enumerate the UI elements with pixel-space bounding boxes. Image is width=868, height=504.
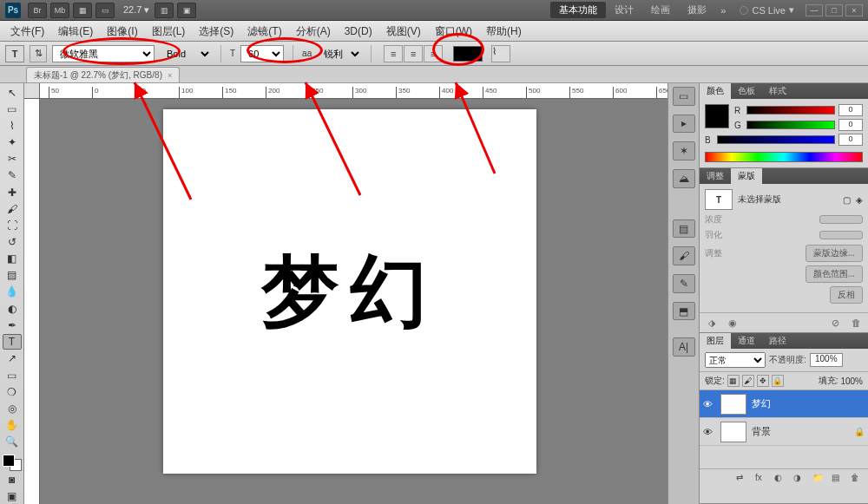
window-close[interactable]: ×	[845, 4, 863, 16]
marquee-tool[interactable]: ▭	[3, 101, 22, 116]
pen-tool[interactable]: ✒	[3, 317, 22, 332]
canvas[interactable]: 梦幻	[163, 109, 536, 474]
lock-transparency[interactable]: ▦	[727, 375, 740, 387]
menu-analysis[interactable]: 分析(A)	[289, 22, 338, 41]
delete-mask-icon[interactable]: 🗑	[849, 317, 863, 329]
opacity-value[interactable]: 100%	[810, 353, 843, 367]
window-min[interactable]: —	[806, 4, 823, 16]
menu-edit[interactable]: 编辑(E)	[51, 22, 100, 41]
cslive-button[interactable]: CS Live ▾	[740, 4, 794, 16]
vector-mask-icon[interactable]: ◈	[856, 195, 863, 205]
layer-background[interactable]: 👁 背景 🔒	[700, 418, 868, 446]
fx-icon[interactable]: fx	[755, 473, 767, 483]
lock-position[interactable]: ✥	[757, 375, 769, 387]
tab-styles[interactable]: 样式	[762, 83, 793, 99]
trash-icon[interactable]: 🗑	[851, 473, 863, 483]
menu-select[interactable]: 选择(S)	[192, 22, 240, 41]
workspace-photo[interactable]: 摄影	[679, 2, 715, 18]
align-left-button[interactable]: ≡	[384, 45, 403, 62]
brush-tool[interactable]: 🖌	[3, 201, 22, 216]
window-max[interactable]: □	[825, 4, 843, 16]
group-icon[interactable]: 📁	[812, 473, 825, 483]
lasso-tool[interactable]: ⌇	[3, 118, 22, 133]
mask-edge-button[interactable]: 蒙版边缘...	[806, 245, 863, 262]
heal-tool[interactable]: ✚	[3, 185, 22, 200]
adjustment-icon[interactable]: ◑	[793, 473, 806, 483]
menu-3d[interactable]: 3D(D)	[338, 22, 379, 41]
workspace-more[interactable]: »	[720, 5, 726, 16]
menu-file[interactable]: 文件(F)	[3, 22, 51, 41]
layout-button[interactable]: ▦	[73, 3, 92, 18]
close-tab-icon[interactable]: ×	[168, 71, 172, 80]
menu-image[interactable]: 图像(I)	[100, 22, 144, 41]
tab-swatches[interactable]: 色板	[731, 83, 762, 99]
ruler-horizontal[interactable]: 50 0 50 100 150 200 250 300 350 400 450 …	[40, 83, 667, 99]
path-tool[interactable]: ↗	[3, 351, 22, 366]
history-brush-tool[interactable]: ↺	[3, 234, 22, 249]
clone-panel-button[interactable]: ▤	[673, 219, 695, 239]
type-tool[interactable]: T	[3, 334, 22, 349]
eyedropper-tool[interactable]: ✎	[3, 168, 22, 183]
menu-layer[interactable]: 图层(L)	[145, 22, 193, 41]
current-color[interactable]	[705, 104, 729, 128]
font-size-select[interactable]: 60	[240, 45, 284, 62]
view-button[interactable]: ▥	[155, 3, 174, 18]
layout-button-2[interactable]: ▭	[95, 3, 115, 18]
quickmask-button[interactable]: ◙	[3, 473, 22, 488]
align-center-button[interactable]: ≡	[404, 45, 423, 62]
3d-tool[interactable]: ❍	[3, 384, 22, 399]
lock-pixels[interactable]: 🖌	[742, 375, 754, 387]
disable-mask-icon[interactable]: ⊘	[828, 317, 842, 329]
dodge-tool[interactable]: ◐	[3, 301, 22, 316]
menu-help[interactable]: 帮助(H)	[479, 22, 529, 41]
layer-text[interactable]: 👁 T 梦幻	[700, 390, 868, 418]
font-family-select[interactable]: 微软雅黑	[52, 45, 155, 62]
warp-text-button[interactable]: ⌇	[491, 45, 510, 62]
styles-panel-button[interactable]: ⬒	[673, 302, 695, 321]
load-selection-icon[interactable]: ⬗	[705, 317, 719, 329]
text-orientation-button[interactable]: ⇅	[30, 45, 47, 62]
menu-view[interactable]: 视图(V)	[379, 22, 428, 41]
wand-tool[interactable]: ✦	[3, 134, 22, 149]
font-style-select[interactable]: Bold	[160, 45, 212, 62]
gradient-tool[interactable]: ▤	[3, 268, 22, 283]
brush-presets-button[interactable]: 🖌	[673, 246, 695, 265]
zoom-tool[interactable]: 🔍	[3, 435, 22, 449]
blend-mode-select[interactable]: 正常	[705, 352, 766, 368]
visibility-icon[interactable]: 👁	[703, 399, 715, 409]
pixel-mask-icon[interactable]: ▢	[843, 195, 851, 205]
properties-panel-button[interactable]: ✶	[673, 141, 695, 160]
tab-paths[interactable]: 路径	[762, 333, 793, 349]
new-layer-icon[interactable]: ▤	[832, 473, 844, 483]
fg-bg-colors[interactable]	[3, 455, 22, 471]
screenmode-button[interactable]: ▣	[3, 489, 22, 504]
r-slider[interactable]	[746, 106, 835, 115]
align-right-button[interactable]: ≡	[424, 45, 443, 62]
g-slider[interactable]	[746, 121, 835, 129]
bridge-button[interactable]: Br	[28, 3, 47, 18]
tool-presets-button[interactable]: ✎	[673, 274, 695, 293]
blur-tool[interactable]: 💧	[3, 285, 22, 299]
mask-icon[interactable]: ◐	[774, 473, 786, 483]
hand-tool[interactable]: ✋	[3, 417, 22, 432]
stamp-tool[interactable]: ⛶	[3, 218, 22, 232]
eraser-tool[interactable]: ◧	[3, 252, 22, 266]
apply-mask-icon[interactable]: ◉	[726, 317, 740, 329]
zoom-level[interactable]: 22.7 ▾	[123, 4, 149, 16]
tab-layers[interactable]: 图层	[700, 333, 731, 349]
brush-panel-button[interactable]: ⛰	[673, 169, 695, 188]
antialias-select[interactable]: 锐利	[317, 45, 362, 62]
color-range-button[interactable]: 颜色范围...	[806, 265, 863, 283]
visibility-icon[interactable]: 👁	[703, 427, 715, 437]
lock-all[interactable]: 🔒	[772, 375, 784, 387]
character-panel-button[interactable]: A|	[673, 337, 695, 357]
shape-tool[interactable]: ▭	[3, 368, 22, 383]
layer-name[interactable]: 背景	[752, 425, 849, 438]
link-layers-icon[interactable]: ⇄	[736, 473, 748, 483]
history-panel-button[interactable]: ▭	[673, 87, 695, 106]
3d-camera-tool[interactable]: ◎	[3, 401, 22, 416]
workspace-essentials[interactable]: 基本功能	[550, 2, 606, 18]
workspace-design[interactable]: 设计	[606, 2, 642, 18]
b-slider[interactable]	[717, 135, 835, 144]
fill-value[interactable]: 100%	[840, 376, 863, 386]
